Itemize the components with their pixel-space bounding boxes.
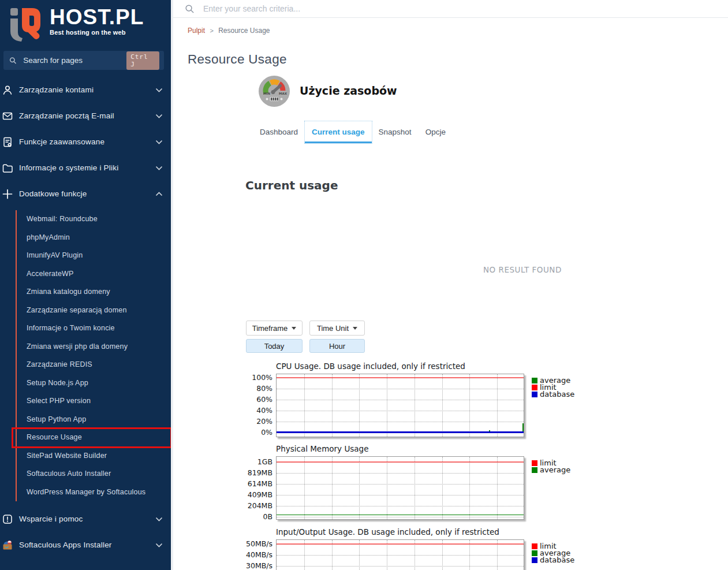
sidebar-nav: Zarządzanie kontami Zarządzanie pocztą E… bbox=[0, 77, 173, 558]
legend-swatch bbox=[532, 385, 537, 390]
submenu-item[interactable]: Setup Python App bbox=[17, 411, 173, 429]
iq-logo-icon bbox=[8, 5, 45, 42]
legend-swatch bbox=[532, 378, 537, 383]
y-axis-labels: 1GB819MB614MB409MB204MB0B bbox=[246, 456, 276, 520]
sidebar-item-account-management[interactable]: Zarządzanie kontami bbox=[0, 77, 173, 103]
submenu-item[interactable]: Zarządzanie REDIS bbox=[17, 356, 173, 374]
brand-name: HOST.PL bbox=[50, 5, 144, 30]
tab-current-usage[interactable]: Current usage bbox=[305, 121, 372, 143]
tab-bar: Dashboard Current usage Snapshot Opcje bbox=[260, 121, 453, 143]
tab-dashboard[interactable]: Dashboard bbox=[253, 121, 305, 143]
cpu-usage-chart: CPU Usage. DB usage included, only if re… bbox=[246, 362, 574, 437]
chevron-down-icon bbox=[155, 114, 163, 118]
sidebar-item-support-help[interactable]: Wsparcie i pomoc bbox=[0, 506, 173, 532]
main-content: Pulpit > Resource Usage Resource Usage M… bbox=[173, 0, 728, 570]
submenu-list: Webmail: RoundcubephpMyAdminImunifyAV Pl… bbox=[16, 210, 173, 501]
search-icon bbox=[185, 4, 195, 14]
sidebar: HOST.PL Best hosting on the web Ctrl J Z… bbox=[0, 0, 173, 570]
y-axis-labels: 50MB/s40MB/s30MB/s bbox=[246, 539, 276, 570]
sidebar-item-system-info-files[interactable]: Informacje o systemie i Pliki bbox=[0, 155, 173, 181]
keyboard-shortcut-badge: Ctrl J bbox=[126, 51, 159, 70]
logo[interactable]: HOST.PL Best hosting on the web bbox=[0, 0, 173, 42]
tab-opcje[interactable]: Opcje bbox=[419, 121, 453, 143]
submenu-item[interactable]: Zarządzanie separacją domen bbox=[17, 301, 173, 320]
chart-legend: averagelimitdatabase bbox=[532, 374, 574, 437]
submenu-item[interactable]: Zmiana katalogu domeny bbox=[17, 283, 173, 301]
legend-swatch bbox=[532, 557, 537, 563]
chart-plot-area bbox=[276, 456, 524, 520]
chart-legend: limitaverage bbox=[532, 456, 570, 520]
breadcrumb: Pulpit > Resource Usage bbox=[188, 27, 270, 35]
submenu-item[interactable]: Setup Node.js App bbox=[17, 374, 173, 393]
page-title: Resource Usage bbox=[188, 52, 287, 67]
chevron-up-icon bbox=[155, 192, 163, 196]
y-axis-labels: 100%80%60%40%20%0% bbox=[246, 374, 276, 437]
svg-text:MAX: MAX bbox=[279, 92, 288, 95]
chart-plot-area bbox=[276, 374, 524, 437]
chart-title: Input/Output Usage. DB usage included, o… bbox=[276, 527, 574, 537]
softaculous-icon bbox=[1, 539, 14, 551]
caret-down-icon bbox=[292, 327, 296, 330]
submenu-item[interactable]: Resource Usage bbox=[17, 429, 173, 447]
submenu-item[interactable]: Softaculous Auto Installer bbox=[17, 465, 173, 483]
feature-title: Użycie zasobów bbox=[300, 84, 397, 97]
sidebar-search[interactable]: Ctrl J bbox=[3, 51, 164, 70]
breadcrumb-current: Resource Usage bbox=[218, 27, 270, 35]
submenu-item[interactable]: phpMyAdmin bbox=[17, 229, 173, 247]
memory-usage-chart: Physical Memory Usage 1GB819MB614MB409MB… bbox=[246, 444, 570, 520]
legend-item: database bbox=[532, 391, 574, 398]
sidebar-item-advanced-features[interactable]: Funkcje zaawansowane bbox=[0, 129, 173, 155]
submenu-item[interactable]: WordPress Manager by Softaculous bbox=[17, 483, 173, 502]
chevron-down-icon bbox=[155, 166, 163, 170]
submenu-item[interactable]: AccelerateWP bbox=[17, 265, 173, 284]
time-unit-dropdown[interactable]: Time Unit bbox=[309, 321, 365, 336]
submenu-item[interactable]: Webmail: Roundcube bbox=[17, 210, 173, 229]
search-icon bbox=[9, 57, 17, 65]
chart-plot-area bbox=[276, 539, 524, 570]
submenu-item[interactable]: ImunifyAV Plugin bbox=[17, 247, 173, 265]
chevron-down-icon bbox=[155, 517, 163, 521]
chart-legend: limitaveragedatabase bbox=[532, 539, 574, 570]
legend-swatch bbox=[532, 467, 537, 473]
time-unit-value-button[interactable]: Hour bbox=[309, 339, 365, 353]
user-icon bbox=[1, 84, 14, 96]
sidebar-item-email-management[interactable]: Zarządzanie pocztą E-mail bbox=[0, 103, 173, 129]
submenu-item[interactable]: Informacje o Twoim koncie bbox=[17, 319, 173, 338]
section-heading: Current usage bbox=[245, 178, 338, 192]
caret-down-icon bbox=[353, 327, 357, 330]
legend-swatch bbox=[532, 543, 537, 549]
gauge-icon: MIN MAX bbox=[258, 75, 290, 107]
chart-title: Physical Memory Usage bbox=[276, 444, 570, 453]
submenu-item[interactable]: SitePad Website Builder bbox=[17, 447, 173, 465]
top-search-bar bbox=[173, 0, 728, 18]
sidebar-item-additional-functions[interactable]: Dodatkowe funkcje bbox=[0, 181, 173, 207]
submenu-item[interactable]: Select PHP version bbox=[17, 392, 173, 411]
chevron-down-icon bbox=[155, 88, 163, 92]
legend-swatch bbox=[532, 550, 537, 556]
document-gear-icon bbox=[1, 136, 14, 148]
chevron-down-icon bbox=[155, 140, 163, 144]
breadcrumb-separator: > bbox=[210, 27, 213, 34]
io-usage-chart: Input/Output Usage. DB usage included, o… bbox=[246, 527, 574, 570]
legend-item: database bbox=[532, 557, 574, 564]
folder-icon bbox=[1, 162, 14, 174]
sidebar-search-input[interactable] bbox=[22, 55, 126, 65]
mail-icon bbox=[1, 110, 14, 122]
legend-swatch bbox=[532, 460, 537, 466]
submenu-item[interactable]: Zmiana wersji php dla domeny bbox=[17, 338, 173, 356]
legend-swatch bbox=[532, 392, 537, 397]
global-search-input[interactable] bbox=[202, 3, 445, 14]
chevron-down-icon bbox=[155, 543, 163, 547]
tab-snapshot[interactable]: Snapshot bbox=[372, 121, 419, 143]
timeframe-value-button[interactable]: Today bbox=[246, 339, 303, 353]
chart-filters: Timeframe Time Unit Today Hour bbox=[246, 321, 365, 353]
chart-title: CPU Usage. DB usage included, only if re… bbox=[276, 362, 574, 371]
empty-state-message: NO RESULT FOUND bbox=[483, 265, 562, 274]
breadcrumb-home-link[interactable]: Pulpit bbox=[188, 27, 205, 35]
plus-icon bbox=[1, 188, 14, 200]
legend-item: average bbox=[532, 467, 570, 474]
svg-text:MIN: MIN bbox=[263, 92, 271, 95]
timeframe-dropdown[interactable]: Timeframe bbox=[246, 321, 303, 336]
sidebar-item-softaculous-apps[interactable]: Softaculous Apps Installer bbox=[0, 532, 173, 558]
alert-icon bbox=[1, 513, 14, 525]
